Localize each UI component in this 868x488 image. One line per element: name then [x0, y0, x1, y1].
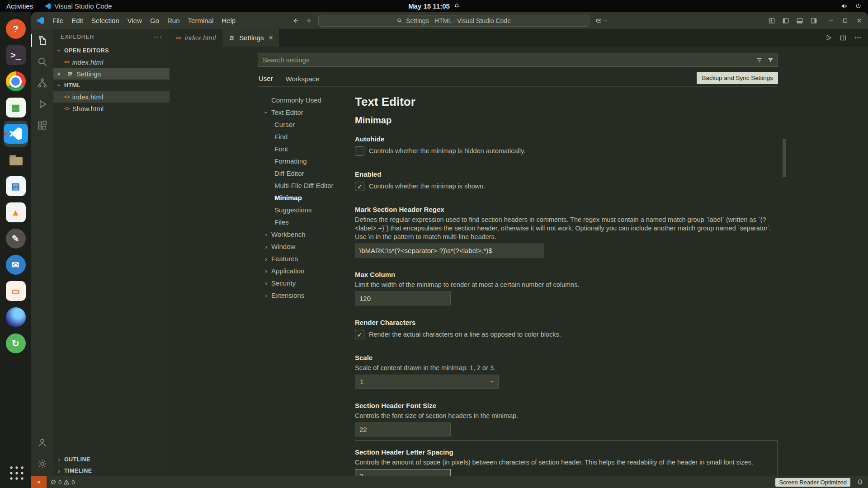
section-header-letter-spacing-input[interactable] [355, 469, 451, 476]
explorer-activity-icon[interactable] [31, 30, 53, 51]
help-icon[interactable]: ? [4, 16, 28, 42]
forward-icon[interactable] [305, 17, 312, 24]
timeline-header[interactable]: › TIMELINE [53, 465, 170, 476]
file-show-html[interactable]: <> Show.html [53, 103, 170, 114]
back-icon[interactable] [292, 17, 299, 24]
search-activity-icon[interactable] [31, 51, 53, 72]
focused-app[interactable]: Visual Studio Code [45, 2, 112, 10]
libreoffice-calc-icon[interactable]: ▦ [4, 94, 28, 121]
notifications-bell-icon[interactable] [857, 479, 863, 486]
libreoffice-impress-icon[interactable]: ▭ [4, 278, 28, 304]
remote-indicator[interactable]: × [31, 476, 47, 488]
problems-status[interactable]: 0 0 [47, 479, 78, 486]
menu-go[interactable]: Go [146, 14, 163, 27]
system-tray[interactable] [841, 3, 862, 9]
toc-formatting[interactable]: Formatting [258, 155, 355, 167]
run-file-icon[interactable] [825, 34, 832, 42]
tab-index-html[interactable]: <> index.html [170, 29, 222, 47]
toc-diff-editor[interactable]: Diff Editor [258, 167, 355, 179]
menu-terminal[interactable]: Terminal [184, 14, 218, 27]
toc-features[interactable]: ›Features [258, 253, 355, 265]
restore-button[interactable] [842, 18, 848, 23]
vlc-icon[interactable]: ▲ [4, 199, 28, 225]
split-editor-icon[interactable] [840, 34, 847, 42]
firefox-icon[interactable] [4, 304, 28, 330]
toc-workbench[interactable]: ›Workbench [258, 228, 355, 240]
mark-section-header-regex-input[interactable] [355, 244, 544, 258]
backup-sync-settings-button[interactable]: Backup and Sync Settings [697, 72, 778, 84]
scale-select[interactable]: 1› [355, 375, 499, 389]
open-editors-header[interactable]: › OPEN EDITORS [53, 45, 170, 56]
setting-max-column: Max ColumnLimit the width of the minimap… [355, 271, 778, 305]
more-actions-icon[interactable]: ··· [154, 33, 162, 41]
terminal-icon[interactable]: >_ [4, 42, 28, 68]
close-tab-icon[interactable]: × [269, 34, 273, 42]
filter-icon[interactable] [767, 56, 774, 63]
copilot-icon[interactable] [595, 17, 608, 24]
toc-extensions[interactable]: ›Extensions [258, 289, 355, 301]
max-column-input[interactable] [355, 291, 451, 305]
outline-header[interactable]: › OUTLINE [53, 454, 170, 465]
menu-run[interactable]: Run [163, 14, 184, 27]
toc-multi-file-diff-editor[interactable]: Multi-File Diff Editor [258, 179, 355, 192]
toggle-panel-icon[interactable] [796, 17, 803, 24]
settings-search-input[interactable] [258, 53, 778, 67]
run-debug-activity-icon[interactable] [31, 94, 53, 115]
menu-edit[interactable]: Edit [67, 14, 87, 27]
toc-minimap[interactable]: Minimap [258, 192, 355, 204]
toc-files[interactable]: Files [258, 216, 355, 228]
accounts-icon[interactable] [31, 432, 53, 453]
toc-text-editor[interactable]: ›Text Editor [258, 106, 355, 118]
chevron-right-icon: › [263, 280, 269, 287]
menu-help[interactable]: Help [217, 14, 240, 27]
toc-security[interactable]: ›Security [258, 277, 355, 289]
menu-view[interactable]: View [123, 14, 146, 27]
source-control-activity-icon[interactable] [31, 72, 53, 94]
open-editor-index-html[interactable]: <> index.html [53, 56, 170, 68]
close-icon[interactable]: × [57, 70, 64, 77]
thunderbird-icon[interactable]: ✉ [4, 252, 28, 278]
gimp-icon[interactable]: ✎ [4, 225, 28, 252]
tab-settings[interactable]: Settings × [222, 29, 280, 47]
filter-lines-icon[interactable] [756, 56, 763, 63]
clock-button[interactable]: May 15 11:05 [408, 2, 460, 10]
toc-font[interactable]: Font [258, 143, 355, 155]
render-characters-checkbox[interactable]: ✓ [355, 330, 364, 339]
chrome-icon[interactable] [4, 68, 28, 94]
menu-file[interactable]: File [48, 14, 67, 27]
file-index-html[interactable]: <> index.html [53, 91, 170, 103]
settings-scrollbar[interactable] [782, 89, 787, 476]
command-center[interactable]: Settings - HTML - Visual Studio Code [318, 15, 590, 27]
files-icon[interactable] [4, 147, 28, 173]
libreoffice-writer-icon[interactable]: ▤ [4, 173, 28, 199]
show-apps-icon[interactable] [4, 459, 28, 485]
toc-suggestions[interactable]: Suggestions [258, 204, 355, 216]
folder-html-header[interactable]: › HTML [53, 80, 170, 91]
manage-gear-icon[interactable] [31, 453, 53, 474]
toggle-sidebar-left-icon[interactable] [782, 17, 789, 24]
activities-button[interactable]: Activities [6, 2, 33, 10]
more-actions-icon[interactable] [854, 34, 862, 42]
toggle-sidebar-right-icon[interactable] [810, 17, 817, 24]
menu-selection[interactable]: Selection [87, 14, 123, 27]
close-button[interactable] [856, 17, 863, 24]
screen-reader-optimized-button[interactable]: Screen Reader Optimized [775, 478, 850, 487]
autohide-checkbox[interactable] [355, 146, 364, 156]
vscode-icon[interactable] [4, 121, 28, 147]
section-header-font-size-input[interactable] [355, 422, 451, 436]
toc-cursor[interactable]: Cursor [258, 118, 355, 131]
toc-window[interactable]: ›Window [258, 240, 355, 253]
tab-workspace-settings[interactable]: Workspace [285, 73, 321, 86]
enabled-checkbox[interactable]: ✓ [355, 182, 364, 191]
minimize-button[interactable] [828, 17, 835, 24]
toc-find[interactable]: Find [258, 131, 355, 143]
toc-application[interactable]: ›Application [258, 265, 355, 277]
customize-layout-icon[interactable] [768, 17, 775, 24]
software-updater-icon[interactable]: ↻ [4, 330, 28, 357]
toc-commonly-used[interactable]: Commonly Used [258, 94, 355, 106]
scrollbar-thumb[interactable] [783, 139, 786, 177]
open-editor-settings[interactable]: × Settings [53, 68, 170, 80]
tab-user-settings[interactable]: User [258, 73, 274, 86]
chevron-down-icon: › [56, 47, 63, 53]
extensions-activity-icon[interactable] [31, 115, 53, 136]
